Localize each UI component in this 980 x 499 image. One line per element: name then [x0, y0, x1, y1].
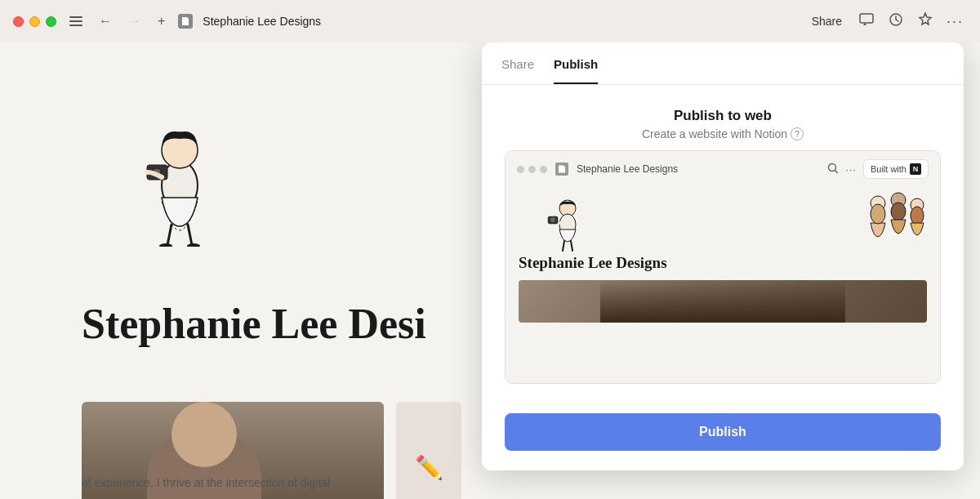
share-button[interactable]: Share [805, 11, 849, 31]
browser-page-icon [555, 163, 568, 176]
bookmark-button[interactable] [914, 8, 937, 35]
browser-dot-3 [540, 166, 547, 173]
more-button[interactable]: ··· [943, 10, 967, 33]
titlebar-right: Share [805, 8, 967, 35]
tab-publish[interactable]: Publish [554, 42, 598, 84]
notion-logo: N [910, 163, 921, 175]
browser-dot-1 [517, 166, 524, 173]
browser-dot-2 [528, 166, 536, 173]
popup-body: Publish to web Create a website with Not… [482, 85, 964, 384]
publish-button[interactable]: Publish [505, 413, 941, 451]
titlebar: ← → + Stephanie Lee Designs Share [0, 0, 980, 42]
minimize-button[interactable] [29, 16, 40, 27]
browser-site-title: Stephanie Lee Designs [519, 254, 927, 272]
back-icon: ← [99, 14, 112, 29]
forward-button[interactable]: → [125, 11, 145, 32]
browser-tab-title: Stephanie Lee Designs [577, 163, 819, 175]
tab-share[interactable]: Share [501, 42, 534, 84]
forward-icon: → [128, 14, 141, 29]
browser-content: Stephanie Lee Designs [506, 187, 940, 383]
page-illustration [131, 108, 229, 250]
svg-point-14 [871, 204, 885, 224]
add-page-button[interactable]: + [154, 11, 168, 32]
bottom-page-text: of experience, I thrive at the intersect… [0, 466, 980, 499]
publish-to-web-title: Publish to web [505, 108, 941, 124]
svg-point-18 [911, 207, 924, 225]
history-button[interactable] [884, 8, 907, 35]
traffic-lights [13, 16, 56, 27]
browser-dots-menu-icon: ··· [845, 163, 857, 176]
help-icon[interactable]: ? [791, 127, 804, 140]
page-heading: Stephanie Lee Desi [82, 300, 426, 348]
browser-group-illustration [862, 187, 933, 249]
svg-point-7 [187, 243, 200, 247]
comment-icon [858, 11, 875, 32]
close-button[interactable] [13, 16, 24, 27]
svg-point-6 [159, 243, 172, 247]
page-icon [178, 14, 193, 29]
browser-mockup: Stephanie Lee Designs ··· Built with N [505, 150, 941, 384]
maximize-button[interactable] [46, 16, 56, 27]
star-icon [917, 11, 933, 32]
publish-subtitle: Create a website with Notion ? [505, 127, 941, 140]
more-icon: ··· [947, 13, 964, 30]
popup-footer: Publish [482, 400, 964, 470]
hamburger-icon [69, 16, 82, 26]
svg-point-16 [891, 203, 906, 221]
browser-search-icon [827, 163, 839, 176]
plus-icon: + [158, 14, 165, 29]
popup-tabs: Share Publish [482, 42, 964, 85]
publish-header: Publish to web Create a website with Not… [505, 108, 941, 140]
page-title: Stephanie Lee Designs [203, 15, 795, 28]
browser-dots [517, 166, 547, 173]
back-button[interactable]: ← [96, 11, 115, 32]
history-icon [888, 11, 904, 32]
browser-bar: Stephanie Lee Designs ··· Built with N [506, 151, 940, 187]
browser-girl-illustration [546, 194, 589, 256]
browser-actions: ··· Built with N [827, 159, 929, 179]
svg-point-12 [550, 217, 555, 222]
sidebar-toggle-button[interactable] [66, 13, 86, 29]
built-with-badge: Built with N [863, 159, 929, 179]
comment-button[interactable] [855, 8, 878, 35]
browser-cover-image [519, 280, 927, 323]
publish-popup: Share Publish Publish to web Create a we… [482, 42, 964, 470]
svg-rect-0 [860, 14, 873, 23]
